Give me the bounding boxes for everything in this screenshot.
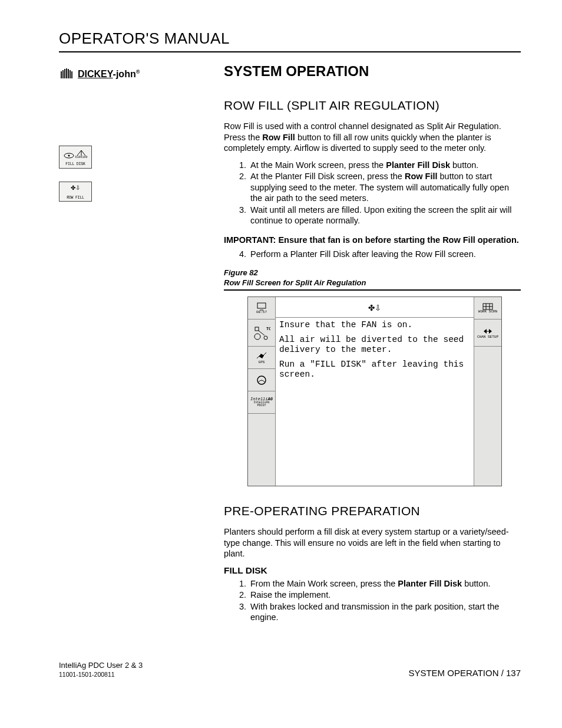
list-item: From the Main Work screen, press the Pla… [249,578,521,589]
ss-btn-clock: 08:57 [248,297,275,319]
ss-btn-gps: GPS [248,347,275,369]
brand-logo-icon [59,68,74,81]
figure-screenshot: 08:57 TC [247,297,502,486]
svg-rect-12 [257,303,266,308]
svg-text:TC: TC [266,327,270,331]
tractor-icon: TC [253,326,270,340]
svg-rect-0 [61,71,62,78]
svg-point-17 [264,336,267,340]
row-fill-heading: ROW FILL (SPLIT AIR REGULATION) [224,98,521,113]
fill-disk-steps: From the Main Work screen, press the Pla… [224,578,521,623]
footer-docnum: 11001-1501-200811 [59,671,143,678]
row-fill-button-illustration: ✤⇩ ROW FILL [59,182,92,202]
svg-rect-6 [71,71,72,78]
monitor-icon [256,302,267,311]
row-fill-steps: At the Main Work screen, press the Plant… [224,160,521,226]
fill-disk-heading: FILL DISK [224,565,521,576]
footer-page-ref: SYSTEM OPERATION / 137 [408,668,521,678]
screenshot-body-text: Insure that the FAN is on.All air will b… [276,318,474,486]
fill-disk-icon: 0100100 [62,149,89,159]
svg-text:✤⇩: ✤⇩ [71,185,80,191]
svg-rect-1 [62,70,64,78]
important-note: IMPORTANT: Ensure that fan is on before … [224,235,521,246]
page-footer: IntelliAg PDC User 2 & 3 11001-1501-2008… [59,661,521,678]
satellite-icon [255,351,268,361]
list-item: At the Planter Fill Disk screen, press t… [249,171,521,204]
screenshot-center: ✤⇩ Insure that the FAN is on.All air wil… [276,297,474,486]
ss-btn-intelliag: IntelliAG IntelliAG PDCGY [248,391,275,414]
svg-rect-15 [255,327,259,331]
page-header-title: OPERATOR'S MANUAL [59,29,521,48]
preop-heading: PRE-OPERATING PREPARATION [224,504,521,518]
row-fill-intro: Row Fill is used with a control channel … [224,121,521,154]
svg-rect-19 [259,353,264,358]
svg-rect-3 [66,68,67,78]
list-item: Perform a Planter Fill Disk after leavin… [249,249,521,260]
svg-line-20 [257,355,260,358]
header-rule [59,51,521,52]
row-fill-steps-cont: Perform a Planter Fill Disk after leavin… [224,249,521,260]
ss-btn-gauge [248,369,275,391]
svg-rect-5 [70,70,71,78]
gauge-icon [255,375,268,386]
screenshot-header: ✤⇩ [276,297,474,318]
ss-btn-chan-setup: CHAN SETUP [474,319,501,347]
brand-text: DICKEY-john® [78,69,140,80]
figure-number: Figure 82 [224,268,521,277]
list-item: Raise the implement. [249,589,521,601]
svg-point-16 [254,334,260,340]
svg-line-21 [263,353,266,355]
figure-caption: Row Fill Screen for Split Air Regulation [224,278,521,291]
ss-btn-work-scrn: WORK SCRN [474,297,501,319]
row-fill-header-icon: ✤⇩ [368,301,381,314]
svg-text:0100100: 0100100 [75,155,87,159]
valve-icon [482,327,494,335]
section-title: SYSTEM OPERATION [224,63,521,80]
svg-rect-4 [68,69,69,78]
grid-icon [482,303,493,310]
svg-rect-2 [64,69,65,78]
list-item: With brakes locked and transmission in t… [249,601,521,623]
footer-product: IntelliAg PDC User 2 & 3 [59,661,143,670]
ss-btn-tc: TC [248,319,275,347]
preop-intro: Planters should perform a fill disk at e… [224,526,521,559]
list-item: At the Main Work screen, press the Plant… [249,160,521,171]
row-fill-icon: ✤⇩ [62,185,89,193]
brand-logo: DICKEY-john® [59,68,165,81]
fill-disk-button-illustration: 0100100 FILL DISK [59,146,92,169]
screenshot-left-bar: 08:57 TC [248,297,276,486]
list-item: Wait until all meters are filled. Upon e… [249,205,521,226]
screenshot-right-bar: WORK SCRN CHAN SETUP [474,297,501,486]
svg-point-8 [68,155,70,157]
